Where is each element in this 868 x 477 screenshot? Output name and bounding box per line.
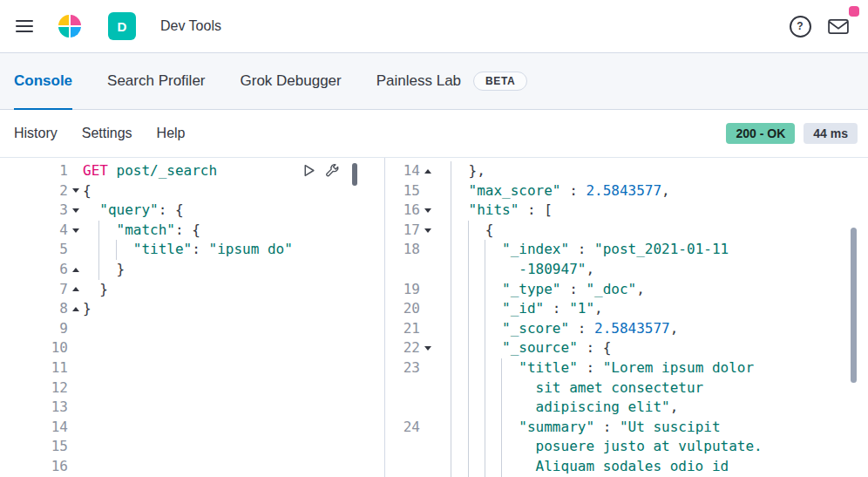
line-number: 12 — [0, 378, 68, 399]
fold-spacer — [68, 240, 83, 260]
line-number: 18 — [385, 240, 420, 260]
fold-spacer — [68, 358, 83, 378]
code-line: 24 "summary" : "Ut suscipit — [385, 418, 868, 438]
line-number: 4 — [0, 221, 68, 241]
line-number: 6 — [0, 260, 68, 280]
code-line: 20 "_id" : "1", — [385, 299, 868, 319]
code-line: 12 — [0, 378, 359, 399]
code-line: 16 "hits" : [ — [385, 201, 868, 221]
console-toolbar: History Settings Help 200 - OK 44 ms — [0, 110, 868, 157]
fold-spacer — [68, 319, 83, 339]
fold-spacer — [68, 398, 83, 418]
fold-close-icon[interactable] — [68, 260, 83, 280]
notification-dot — [849, 6, 859, 17]
line-number: 22 — [385, 338, 420, 358]
code-line: 19 "_type" : "_doc", — [385, 280, 868, 300]
history-link[interactable]: History — [14, 126, 58, 141]
code-line: 15 — [0, 437, 359, 457]
fold-spacer — [420, 418, 435, 438]
code-line: posuere justo at vulputate. — [385, 437, 868, 457]
line-number: 14 — [385, 161, 420, 181]
fold-open-icon[interactable] — [68, 181, 83, 201]
settings-link[interactable]: Settings — [82, 126, 132, 141]
elastic-logo-button[interactable] — [51, 7, 89, 45]
line-number: 5 — [0, 240, 68, 260]
fold-open-icon[interactable] — [68, 221, 83, 241]
fold-spacer — [68, 161, 83, 181]
elastic-logo-icon — [56, 11, 84, 41]
fold-open-icon[interactable] — [420, 201, 435, 221]
line-number — [385, 378, 420, 399]
space-avatar[interactable]: D — [108, 12, 136, 40]
line-number: 7 — [0, 280, 68, 300]
code-line: -180947", — [385, 260, 868, 280]
line-number: 21 — [385, 319, 420, 339]
line-number: 10 — [0, 338, 68, 358]
help-link[interactable]: Help — [157, 126, 186, 141]
panel-resizer[interactable] — [359, 158, 385, 477]
fold-spacer — [68, 437, 83, 457]
line-number: 16 — [0, 457, 68, 477]
line-number: 1 — [0, 161, 68, 181]
request-editor-pane[interactable]: 1GET post/_search2{3 "query": {4 "match"… — [0, 158, 359, 477]
request-options-wrench-icon[interactable] — [325, 163, 340, 178]
response-code: 14 },15 "max_score" : 2.5843577,16 "hits… — [385, 161, 868, 477]
menu-button[interactable] — [5, 7, 44, 45]
response-editor-pane[interactable]: 14 },15 "max_score" : 2.5843577,16 "hits… — [385, 158, 868, 477]
header: D Dev Tools ? — [0, 0, 868, 53]
fold-spacer — [420, 299, 435, 319]
line-number: 3 — [0, 201, 68, 221]
tab-label: Console — [14, 72, 72, 90]
code-line: adipiscing elit", — [385, 398, 868, 418]
tab-console[interactable]: Console — [14, 53, 72, 109]
menu-icon — [15, 18, 34, 34]
code-line: 4 "match": { — [0, 221, 359, 241]
tab-label: Grok Debugger — [241, 72, 342, 90]
fold-spacer — [68, 338, 83, 358]
code-line: sit amet consectetur — [385, 378, 868, 399]
tab-search-profiler[interactable]: Search Profiler — [107, 53, 205, 109]
line-number: 15 — [0, 437, 68, 457]
fold-open-icon[interactable] — [68, 201, 83, 221]
line-number: 17 — [385, 221, 420, 241]
code-line: 16 — [0, 457, 359, 477]
line-number — [385, 437, 420, 457]
fold-spacer — [420, 181, 435, 201]
fold-open-icon[interactable] — [420, 338, 435, 358]
fold-spacer — [68, 418, 83, 438]
code-line: 8} — [0, 299, 359, 319]
code-line: 2{ — [0, 181, 359, 201]
line-number: 13 — [0, 398, 68, 418]
fold-spacer — [420, 437, 435, 457]
line-number: 8 — [0, 299, 68, 319]
tab-grok-debugger[interactable]: Grok Debugger — [241, 53, 342, 109]
tab-painless-lab[interactable]: Painless Lab BETA — [376, 53, 528, 109]
code-line: 14 }, — [385, 161, 868, 181]
line-number: 15 — [385, 181, 420, 201]
send-request-play-icon[interactable] — [302, 163, 316, 178]
code-line: 9 — [0, 319, 359, 339]
code-line: 15 "max_score" : 2.5843577, — [385, 181, 868, 201]
fold-spacer — [420, 378, 435, 399]
fold-open-icon[interactable] — [420, 221, 435, 241]
code-line: 5 "title": "ipsum do" — [0, 240, 359, 260]
code-line: 13 — [0, 398, 359, 418]
envelope-icon — [828, 18, 849, 35]
response-time-badge: 44 ms — [804, 123, 858, 144]
tab-label: Search Profiler — [107, 72, 205, 90]
help-button[interactable]: ? — [781, 7, 819, 45]
fold-close-icon[interactable] — [68, 280, 83, 300]
line-number — [385, 398, 420, 418]
code-line: 10 — [0, 338, 359, 358]
fold-spacer — [420, 398, 435, 418]
fold-close-icon[interactable] — [420, 161, 435, 181]
line-number: 19 — [385, 280, 420, 300]
response-scrollbar-thumb[interactable] — [851, 228, 857, 383]
line-number: 14 — [0, 418, 68, 438]
line-number: 16 — [385, 201, 420, 221]
request-scrollbar-thumb[interactable] — [352, 163, 357, 186]
newsfeed-button[interactable] — [819, 7, 858, 45]
fold-close-icon[interactable] — [68, 299, 83, 319]
code-line: 3 "query": { — [0, 201, 359, 221]
fold-spacer — [68, 378, 83, 399]
